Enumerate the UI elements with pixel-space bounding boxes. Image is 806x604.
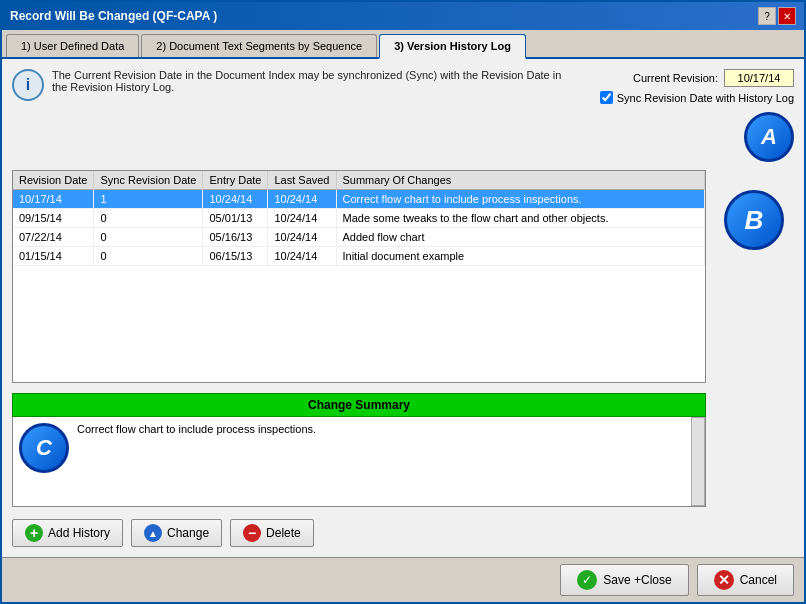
cell-entry-date: 06/15/13	[203, 247, 268, 266]
left-content: Revision Date Sync Revision Date Entry D…	[12, 170, 706, 547]
cell-entry-date: 05/01/13	[203, 209, 268, 228]
cell-summary: Made some tweaks to the flow chart and o…	[336, 209, 705, 228]
table-header-row: Revision Date Sync Revision Date Entry D…	[13, 171, 705, 190]
cell-revision-date: 01/15/14	[13, 247, 94, 266]
table-row[interactable]: 07/22/14 0 05/16/13 10/24/14 Added flow …	[13, 228, 705, 247]
save-close-label: Save +Close	[603, 573, 671, 587]
tab-version-history[interactable]: 3) Version History Log	[379, 34, 526, 59]
change-summary-text: Correct flow chart to include process in…	[77, 423, 699, 500]
cancel-label: Cancel	[740, 573, 777, 587]
add-history-button[interactable]: + Add History	[12, 519, 123, 547]
change-summary-body: C Correct flow chart to include process …	[12, 417, 706, 507]
sync-checkbox[interactable]	[600, 91, 613, 104]
add-icon: +	[25, 524, 43, 542]
main-window: Record Will Be Changed (QF-CAPA ) ? ✕ 1)…	[0, 0, 806, 604]
current-revision-label: Current Revision:	[633, 72, 718, 84]
cell-last-saved: 10/24/14	[268, 247, 336, 266]
footer: ✓ Save +Close ✕ Cancel	[2, 557, 804, 602]
title-bar: Record Will Be Changed (QF-CAPA ) ? ✕	[2, 2, 804, 30]
change-icon: ▲	[144, 524, 162, 542]
cancel-button[interactable]: ✕ Cancel	[697, 564, 794, 596]
col-last-saved: Last Saved	[268, 171, 336, 190]
cell-summary: Added flow chart	[336, 228, 705, 247]
table-row[interactable]: 10/17/14 1 10/24/14 10/24/14 Correct flo…	[13, 190, 705, 209]
cell-sync-revision: 0	[94, 228, 203, 247]
delete-label: Delete	[266, 526, 301, 540]
cell-revision-date: 07/22/14	[13, 228, 94, 247]
change-label: Change	[167, 526, 209, 540]
cell-summary: Correct flow chart to include process in…	[336, 190, 705, 209]
cell-revision-date: 09/15/14	[13, 209, 94, 228]
tab-document-text[interactable]: 2) Document Text Segments by Sequence	[141, 34, 377, 57]
cell-sync-revision: 1	[94, 190, 203, 209]
scrollbar[interactable]	[691, 417, 705, 506]
col-revision-date: Revision Date	[13, 171, 94, 190]
right-panel: Current Revision: 10/17/14 Sync Revision…	[574, 69, 794, 162]
info-text: The Current Revision Date in the Documen…	[52, 69, 564, 93]
main-area: Revision Date Sync Revision Date Entry D…	[12, 170, 794, 547]
current-revision-row: Current Revision: 10/17/14	[633, 69, 794, 87]
action-buttons: + Add History ▲ Change − Delete	[12, 513, 706, 547]
cell-last-saved: 10/24/14	[268, 209, 336, 228]
tab-user-defined[interactable]: 1) User Defined Data	[6, 34, 139, 57]
delete-icon: −	[243, 524, 261, 542]
info-bar: i The Current Revision Date in the Docum…	[12, 69, 564, 101]
add-history-label: Add History	[48, 526, 110, 540]
change-summary-section: Change Summary C Correct flow chart to i…	[12, 393, 706, 507]
cell-last-saved: 10/24/14	[268, 190, 336, 209]
cell-revision-date: 10/17/14	[13, 190, 94, 209]
col-entry-date: Entry Date	[203, 171, 268, 190]
cell-sync-revision: 0	[94, 247, 203, 266]
circle-b-button[interactable]: B	[724, 190, 784, 250]
cell-sync-revision: 0	[94, 209, 203, 228]
close-button[interactable]: ✕	[778, 7, 796, 25]
cancel-icon: ✕	[714, 570, 734, 590]
circle-c-button[interactable]: C	[19, 423, 69, 473]
cell-entry-date: 10/24/14	[203, 190, 268, 209]
top-section: i The Current Revision Date in the Docum…	[12, 69, 794, 162]
history-table-element: Revision Date Sync Revision Date Entry D…	[13, 171, 705, 266]
col-summary: Summary Of Changes	[336, 171, 705, 190]
delete-button[interactable]: − Delete	[230, 519, 314, 547]
change-summary-header: Change Summary	[12, 393, 706, 417]
col-sync-revision: Sync Revision Date	[94, 171, 203, 190]
circle-a-button[interactable]: A	[744, 112, 794, 162]
save-close-button[interactable]: ✓ Save +Close	[560, 564, 688, 596]
sync-label: Sync Revision Date with History Log	[617, 92, 794, 104]
save-icon: ✓	[577, 570, 597, 590]
change-button[interactable]: ▲ Change	[131, 519, 222, 547]
cell-last-saved: 10/24/14	[268, 228, 336, 247]
help-button[interactable]: ?	[758, 7, 776, 25]
cell-summary: Initial document example	[336, 247, 705, 266]
tab-content: i The Current Revision Date in the Docum…	[2, 59, 804, 557]
table-row[interactable]: 01/15/14 0 06/15/13 10/24/14 Initial doc…	[13, 247, 705, 266]
title-bar-controls: ? ✕	[758, 7, 796, 25]
history-table: Revision Date Sync Revision Date Entry D…	[12, 170, 706, 383]
tab-bar: 1) User Defined Data 2) Document Text Se…	[2, 30, 804, 59]
current-revision-value: 10/17/14	[724, 69, 794, 87]
cell-entry-date: 05/16/13	[203, 228, 268, 247]
info-icon: i	[12, 69, 44, 101]
table-row[interactable]: 09/15/14 0 05/01/13 10/24/14 Made some t…	[13, 209, 705, 228]
window-title: Record Will Be Changed (QF-CAPA )	[10, 9, 217, 23]
sync-checkbox-row: Sync Revision Date with History Log	[600, 91, 794, 104]
